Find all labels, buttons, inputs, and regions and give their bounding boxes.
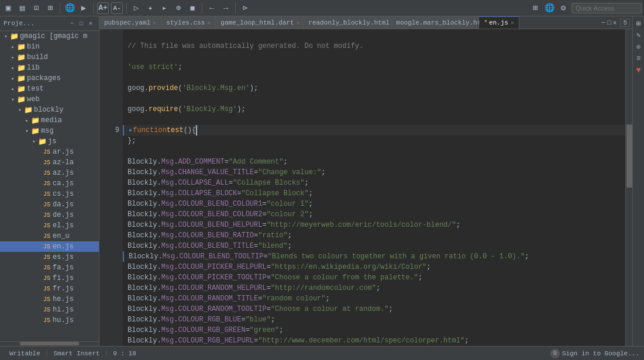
tab-pubspec[interactable]: pubspec.yaml ✕ bbox=[99, 16, 161, 29]
status-position[interactable]: 9 : 18 bbox=[108, 350, 141, 357]
tab-moogle[interactable]: moogle.mars_blockly.html ✕ bbox=[391, 16, 479, 29]
tab-close-en-js[interactable]: ✕ bbox=[511, 19, 514, 26]
code-content[interactable]: // This file was automatically generated… bbox=[123, 29, 625, 346]
file-icon-ar: JS bbox=[42, 147, 51, 157]
tree-item-de-js[interactable]: JS de.js bbox=[0, 210, 99, 220]
code-line-25: Blockly.Msg.COLOUR_RANDOM_HELPURL = "htt… bbox=[123, 283, 625, 293]
tree-item-he-js[interactable]: JS he.js bbox=[0, 294, 99, 304]
tree-item-hi-js[interactable]: JS hi.js bbox=[0, 304, 99, 315]
folder-icon-test: 📁 bbox=[16, 84, 26, 94]
sidebar-expand-button[interactable]: □ bbox=[77, 19, 86, 28]
right-panel-icon-4[interactable]: ≡ bbox=[634, 54, 643, 63]
tree-item-fa-js[interactable]: JS fa.js bbox=[0, 262, 99, 273]
right-scrollbar[interactable] bbox=[625, 29, 632, 346]
toolbar-font-smaller[interactable]: A- bbox=[111, 2, 123, 14]
sidebar-scrollbar[interactable] bbox=[0, 341, 99, 346]
right-panel-icon-2[interactable]: ✎ bbox=[634, 30, 643, 40]
code-line-16: Blockly.Msg.COLLAPSE_BLOCK = "Collapse B… bbox=[123, 188, 625, 199]
sidebar-close-button[interactable]: ✕ bbox=[86, 19, 95, 28]
toolbar-icon-3[interactable]: ⊡ bbox=[30, 2, 42, 14]
code-line-30: Blockly.Msg.COLOUR_RGB_HELPURL = "http:/… bbox=[123, 335, 625, 346]
tree-item-en-u[interactable]: JS en_u bbox=[0, 231, 99, 241]
toolbar-icon-run[interactable]: ▷ bbox=[130, 2, 142, 14]
tree-label-msg: msg bbox=[41, 127, 54, 135]
tree-item-fr-js[interactable]: JS fr.js bbox=[0, 283, 99, 294]
tree-label-fa: fa.js bbox=[53, 264, 74, 272]
status-smart-insert[interactable]: Smart Insert bbox=[49, 350, 104, 357]
tree-item-bin[interactable]: ▸ 📁 bin bbox=[0, 41, 99, 52]
code-editor: 9 bbox=[99, 29, 632, 346]
tab-restore[interactable]: □ bbox=[607, 19, 611, 26]
tab-label-readonly: readonly_blockly.html bbox=[308, 19, 390, 26]
sidebar-title: Proje... bbox=[4, 20, 35, 27]
tab-close-styles[interactable]: ✕ bbox=[207, 19, 211, 26]
file-icon-el: JS bbox=[42, 221, 51, 230]
tree-arrow-bin: ▸ bbox=[9, 44, 16, 50]
tree-item-test[interactable]: ▸ 📁 test bbox=[0, 84, 99, 94]
tree-item-gmagic[interactable]: ▾ 📁 gmagic [gmagic m bbox=[0, 31, 99, 41]
tab-minimize[interactable]: − bbox=[602, 19, 606, 26]
tree-item-cs-js[interactable]: JS cs.js bbox=[0, 189, 99, 199]
toolbar-icon-right-1[interactable]: ⊞ bbox=[529, 2, 541, 14]
right-panel-icon-5[interactable]: ♥ bbox=[634, 65, 643, 75]
toolbar-icon-debug[interactable]: ✦ bbox=[144, 2, 156, 14]
tree-item-ar-js[interactable]: JS ar.js bbox=[0, 147, 99, 157]
tab-game-loop[interactable]: game_loop_html.dart ✕ bbox=[216, 16, 304, 29]
sign-in-google[interactable]: Sign in to Google... bbox=[562, 350, 639, 357]
line-numbers: 9 bbox=[99, 29, 123, 346]
toolbar-icon-1[interactable]: ▣ bbox=[2, 2, 14, 14]
tree-item-js[interactable]: ▾ 📁 js bbox=[0, 136, 99, 147]
toolbar-icon-stop[interactable]: ◼ bbox=[187, 2, 198, 14]
toolbar-icon-right-3[interactable]: ⚙ bbox=[557, 2, 569, 14]
tree-item-en-js[interactable]: JS en.js bbox=[0, 241, 99, 252]
toolbar-icon-extra[interactable]: ⊳ bbox=[239, 2, 251, 14]
right-panel-icon-3[interactable]: ⊙ bbox=[634, 42, 643, 51]
tree-label-azla: az-la bbox=[53, 158, 74, 167]
right-panel: ⊞ ✎ ⊙ ≡ ♥ bbox=[632, 16, 644, 346]
tab-readonly[interactable]: readonly_blockly.html ✕ bbox=[304, 16, 391, 29]
toolbar-globe-icon[interactable]: 🌐 bbox=[64, 2, 75, 14]
toolbar-icon-right-2[interactable]: 🌐 bbox=[543, 2, 555, 14]
tree-item-ca-js[interactable]: JS ca.js bbox=[0, 178, 99, 189]
tree-item-msg[interactable]: ▾ 📁 msg bbox=[0, 126, 99, 136]
tree-item-web[interactable]: ▾ 📁 web bbox=[0, 94, 99, 105]
file-icon-es: JS bbox=[42, 252, 51, 262]
tab-close-game-loop[interactable]: ✕ bbox=[297, 19, 300, 26]
tab-label-game-loop: game_loop_html.dart bbox=[221, 19, 294, 26]
tree-item-el-js[interactable]: JS el.js bbox=[0, 220, 99, 231]
toolbar-icon-5[interactable]: ▶ bbox=[78, 2, 89, 14]
tab-close-all[interactable]: ✕ bbox=[613, 19, 617, 26]
toolbar-icon-2[interactable]: ▤ bbox=[16, 2, 28, 14]
code-collapse-btn[interactable]: ▸ bbox=[129, 125, 133, 136]
toolbar-icon-back[interactable]: ← bbox=[206, 2, 218, 14]
tab-styles[interactable]: styles.css ✕ bbox=[161, 16, 216, 29]
tree-item-media[interactable]: ▸ 📁 media bbox=[0, 115, 99, 126]
code-line-4: 'use strict'; bbox=[123, 62, 625, 72]
code-kw-1: function bbox=[133, 125, 167, 136]
tree-item-lib[interactable]: ▸ 📁 lib bbox=[0, 63, 99, 73]
toolbar-icon-4[interactable]: ⊞ bbox=[44, 2, 56, 14]
toolbar-icon-pub[interactable]: ⊕ bbox=[173, 2, 184, 14]
tab-label-moogle: moogle.mars_blockly.html bbox=[396, 19, 488, 26]
status-writable[interactable]: Writable bbox=[5, 350, 45, 357]
file-icon-en: JS bbox=[42, 242, 51, 251]
toolbar-icon-forward[interactable]: → bbox=[220, 2, 232, 14]
tree-item-hu-js[interactable]: JS hu.js bbox=[0, 315, 99, 326]
tree-label-blockly: blockly bbox=[34, 106, 63, 114]
toolbar-font-larger[interactable]: A+ bbox=[97, 2, 109, 14]
tree-item-az-js[interactable]: JS az.js bbox=[0, 168, 99, 178]
tab-overflow[interactable]: 5 bbox=[620, 19, 630, 27]
tree-item-packages[interactable]: ▸ 📁 packages bbox=[0, 73, 99, 84]
tree-item-fi-js[interactable]: JS fi.js bbox=[0, 273, 99, 283]
tree-item-azla[interactable]: JS az-la bbox=[0, 157, 99, 168]
tree-item-blockly[interactable]: ▾ 📁 blockly bbox=[0, 105, 99, 115]
sidebar-collapse-button[interactable]: − bbox=[67, 19, 77, 28]
tree-item-es-js[interactable]: JS es.js bbox=[0, 252, 99, 262]
tree-item-build[interactable]: ▸ 📁 build bbox=[0, 52, 99, 63]
tab-close-pubspec[interactable]: ✕ bbox=[153, 19, 156, 26]
right-panel-icon-1[interactable]: ⊞ bbox=[634, 19, 643, 28]
quick-access-search[interactable] bbox=[571, 3, 642, 13]
toolbar-icon-build[interactable]: ▸ bbox=[159, 2, 170, 14]
tree-item-da-js[interactable]: JS da.js bbox=[0, 199, 99, 210]
tab-en-js[interactable]: * en.js ✕ bbox=[479, 16, 519, 29]
